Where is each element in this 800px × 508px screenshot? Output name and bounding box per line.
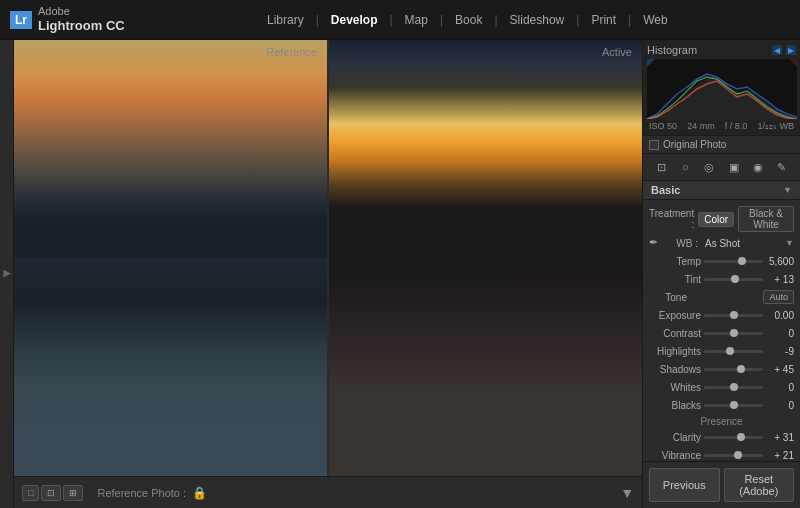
nav-library[interactable]: Library [259, 9, 312, 31]
temp-slider[interactable] [704, 260, 763, 263]
aperture-value: f / 8.0 [725, 121, 748, 131]
gradient-tool[interactable]: ▣ [725, 158, 743, 176]
svg-marker-2 [789, 59, 797, 67]
treatment-bw-btn[interactable]: Black & White [738, 206, 794, 232]
basic-panel: Treatment : Color Black & White ✒ WB : A… [643, 200, 800, 461]
image-area: Reference Active [14, 40, 642, 476]
exposure-value: 0.00 [766, 310, 794, 321]
histogram-title: Histogram [647, 44, 697, 56]
reference-photo-label: Reference Photo : [97, 487, 186, 499]
wb-label: WB : [666, 238, 698, 249]
treatment-label: Treatment : [649, 208, 694, 230]
vibrance-value: + 21 [766, 450, 794, 461]
exposure-row: Exposure 0.00 [643, 306, 800, 324]
nav-book[interactable]: Book [447, 9, 490, 31]
iso-value: ISO 50 [649, 121, 677, 131]
logo: Lr Adobe Lightroom CC [10, 5, 125, 34]
main-layout: ◀ Reference Active □ ⊡ ⊞ Reference Ph [0, 40, 800, 508]
active-photo [329, 40, 642, 476]
tint-label: Tint [649, 274, 701, 285]
shadows-label: Shadows [649, 364, 701, 375]
clarity-label: Clarity [649, 432, 701, 443]
right-panel-scroll[interactable]: Basic ▼ Treatment : Color Black & White … [643, 181, 800, 461]
view-btn-3[interactable]: ⊞ [63, 485, 83, 501]
contrast-slider[interactable] [704, 332, 763, 335]
presence-label: Presence [643, 414, 800, 428]
exposure-label: Exposure [649, 310, 701, 321]
blacks-row: Blacks 0 [643, 396, 800, 414]
whites-label: Whites [649, 382, 701, 393]
nav-slideshow[interactable]: Slideshow [502, 9, 573, 31]
active-label: Active [602, 46, 632, 58]
tone-label: Tone [649, 292, 687, 303]
basic-section-header[interactable]: Basic ▼ [643, 181, 800, 200]
histogram-canvas [647, 59, 797, 119]
nav-print[interactable]: Print [583, 9, 624, 31]
view-btn-1[interactable]: □ [22, 485, 39, 501]
temp-label: Temp [649, 256, 701, 267]
clarity-value: + 31 [766, 432, 794, 443]
nav-develop[interactable]: Develop [323, 9, 386, 31]
exposure-slider[interactable] [704, 314, 763, 317]
tool-icons-row: ⊡ ○ ◎ ▣ ◉ ✎ [643, 154, 800, 181]
shadows-slider[interactable] [704, 368, 763, 371]
reference-label: Reference [266, 46, 317, 58]
vibrance-slider[interactable] [704, 454, 763, 457]
tint-row: Tint + 13 [643, 270, 800, 288]
tint-value: + 13 [766, 274, 794, 285]
histogram-shadows-clip[interactable]: ◀ [772, 45, 782, 55]
tone-auto-btn[interactable]: Auto [763, 290, 794, 304]
clarity-row: Clarity + 31 [643, 428, 800, 446]
temp-row: Temp 5,600 [643, 252, 800, 270]
original-photo-label: Original Photo [663, 139, 726, 150]
blacks-slider[interactable] [704, 404, 763, 407]
wb-dropdown-icon[interactable]: ▼ [785, 238, 794, 248]
wb-eyedropper-icon[interactable]: ✒ [649, 236, 663, 250]
basic-expand-icon: ▼ [783, 185, 792, 195]
right-panel: Histogram ◀ ▶ [642, 40, 800, 508]
treatment-row: Treatment : Color Black & White [643, 204, 800, 234]
app-name: Adobe Lightroom CC [38, 5, 125, 34]
toolbar-down-arrow-icon[interactable]: ▼ [620, 485, 634, 501]
highlights-value: -9 [766, 346, 794, 357]
reset-button[interactable]: Reset (Adobe) [724, 468, 795, 502]
whites-value: 0 [766, 382, 794, 393]
view-buttons: □ ⊡ ⊞ [22, 485, 83, 501]
top-nav: Lr Adobe Lightroom CC Library | Develop … [0, 0, 800, 40]
clarity-slider[interactable] [704, 436, 763, 439]
histogram-info: ISO 50 24 mm f / 8.0 1/₁₂₅ WB [647, 121, 796, 131]
view-btn-2[interactable]: ⊡ [41, 485, 61, 501]
tint-slider[interactable] [704, 278, 763, 281]
blacks-label: Blacks [649, 400, 701, 411]
shadows-value: + 45 [766, 364, 794, 375]
treatment-color-btn[interactable]: Color [698, 212, 734, 227]
wb-row: ✒ WB : As Shot ▼ [643, 234, 800, 252]
highlights-slider[interactable] [704, 350, 763, 353]
histogram-highlights-clip[interactable]: ▶ [786, 45, 796, 55]
original-photo-checkbox[interactable] [649, 140, 659, 150]
crop-tool[interactable]: ⊡ [652, 158, 670, 176]
whites-slider[interactable] [704, 386, 763, 389]
vibrance-row: Vibrance + 21 [643, 446, 800, 461]
reference-pane: Reference [14, 40, 327, 476]
nav-map[interactable]: Map [397, 9, 436, 31]
bottom-toolbar: □ ⊡ ⊞ Reference Photo : 🔒 ▼ [14, 476, 642, 508]
histogram-header: Histogram ◀ ▶ [647, 44, 796, 56]
heal-tool[interactable]: ○ [676, 158, 694, 176]
histogram-arrows: ◀ ▶ [772, 45, 796, 55]
nav-items: Library | Develop | Map | Book | Slidesh… [145, 9, 790, 31]
shutter-value: 1/₁₂₅ WB [757, 121, 794, 131]
highlights-row: Highlights -9 [643, 342, 800, 360]
lr-badge: Lr [10, 11, 32, 29]
nav-web[interactable]: Web [635, 9, 675, 31]
radial-tool[interactable]: ◉ [749, 158, 767, 176]
original-photo-row: Original Photo [643, 136, 800, 154]
redeye-tool[interactable]: ◎ [700, 158, 718, 176]
tone-header-row: Tone Auto [643, 288, 800, 306]
brush-tool[interactable]: ✎ [773, 158, 791, 176]
left-panel-toggle[interactable]: ◀ [0, 40, 14, 508]
active-pane: Active [329, 40, 642, 476]
center-area: Reference Active □ ⊡ ⊞ Reference Photo :… [14, 40, 642, 508]
previous-button[interactable]: Previous [649, 468, 720, 502]
contrast-label: Contrast [649, 328, 701, 339]
